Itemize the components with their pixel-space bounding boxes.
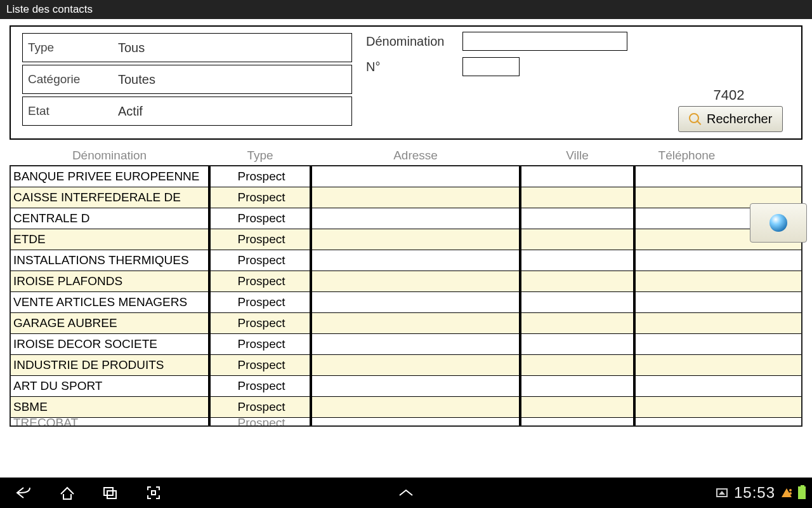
type-label: Type	[23, 41, 118, 55]
table-row[interactable]: IROISE DECOR SOCIETEProspect	[11, 334, 801, 355]
results-table[interactable]: BANQUE PRIVEE EUROPEENNEProspectCAISSE I…	[10, 165, 802, 427]
cell-tel	[636, 313, 801, 333]
col-type: Type	[209, 149, 311, 163]
table-row[interactable]: BANQUE PRIVEE EUROPEENNEProspect	[11, 166, 801, 187]
state-label: Etat	[23, 104, 118, 118]
cell-type: Prospect	[211, 397, 312, 417]
globe-icon	[769, 214, 787, 232]
cell-ville	[521, 250, 636, 271]
table-row[interactable]: GARAGE AUBREEProspect	[11, 313, 801, 334]
category-value: Toutes	[118, 72, 155, 87]
cell-tel	[636, 271, 801, 291]
globe-button[interactable]	[750, 203, 807, 243]
battery-icon	[798, 486, 806, 499]
state-filter[interactable]: Etat Actif	[22, 97, 352, 126]
cell-type: Prospect	[211, 355, 312, 375]
cell-ville	[521, 397, 636, 417]
cell-tel	[636, 418, 801, 427]
cell-ville	[521, 334, 636, 354]
table-row[interactable]: INDUSTRIE DE PRODUITSProspect	[11, 355, 801, 376]
cell-denom: VENTE ARTICLES MENAGERS	[11, 292, 211, 312]
picture-icon	[716, 488, 728, 497]
page-title: Liste des contacts	[0, 0, 812, 19]
android-navbar: 15:53	[0, 478, 812, 508]
cell-addr	[312, 187, 521, 208]
type-value: Tous	[118, 41, 145, 55]
cell-denom: IROISE DECOR SOCIETE	[11, 334, 211, 354]
cell-denom: GARAGE AUBREE	[11, 313, 211, 333]
cell-ville	[521, 355, 636, 375]
wifi-icon	[782, 488, 792, 497]
cell-type: Prospect	[211, 313, 312, 333]
denomination-input[interactable]	[462, 32, 627, 51]
col-adresse: Adresse	[311, 149, 520, 163]
cell-tel	[636, 166, 801, 187]
table-row[interactable]: VENTE ARTICLES MENAGERSProspect	[11, 292, 801, 313]
type-filter[interactable]: Type Tous	[22, 33, 352, 62]
category-label: Catégorie	[23, 72, 118, 86]
cell-addr	[312, 355, 521, 375]
cell-type: Prospect	[211, 334, 312, 354]
table-row[interactable]: INSTALLATIONS THERMIQUESProspect	[11, 250, 801, 271]
screenshot-icon[interactable]	[143, 483, 164, 503]
clock: 15:53	[734, 484, 775, 502]
search-icon	[689, 113, 702, 126]
recent-apps-icon[interactable]	[100, 483, 121, 503]
cell-denom: BANQUE PRIVEE EUROPEENNE	[11, 166, 211, 187]
state-value: Actif	[118, 104, 143, 119]
cell-denom: TRECOBAT	[11, 418, 211, 427]
number-label: N°	[366, 60, 462, 74]
cell-addr	[312, 313, 521, 333]
cell-addr	[312, 208, 521, 229]
category-filter[interactable]: Catégorie Toutes	[22, 65, 352, 94]
cell-ville	[521, 418, 636, 427]
number-input[interactable]	[462, 57, 520, 76]
cell-addr	[312, 250, 521, 271]
cell-denom: CENTRALE D	[11, 208, 211, 229]
cell-ville	[521, 313, 636, 333]
table-row[interactable]: IROISE PLAFONDSProspect	[11, 271, 801, 292]
cell-addr	[312, 334, 521, 354]
chevron-up-icon[interactable]	[396, 483, 416, 503]
filter-card: Type Tous Catégorie Toutes Etat Actif Dé…	[10, 25, 802, 140]
cell-addr	[312, 229, 521, 250]
home-icon[interactable]	[57, 483, 77, 503]
search-button-label: Rechercher	[707, 112, 772, 126]
table-row[interactable]: ART DU SPORTProspect	[11, 376, 801, 397]
cell-denom: SBME	[11, 397, 211, 417]
cell-tel	[636, 292, 801, 312]
cell-type: Prospect	[211, 271, 312, 291]
cell-tel	[636, 334, 801, 354]
cell-type: Prospect	[211, 418, 312, 427]
cell-denom: ART DU SPORT	[11, 376, 211, 396]
cell-ville	[521, 166, 636, 187]
cell-tel	[636, 250, 801, 271]
cell-type: Prospect	[211, 208, 312, 229]
cell-denom: ETDE	[11, 229, 211, 250]
cell-addr	[312, 271, 521, 291]
col-ville: Ville	[520, 149, 634, 163]
table-row[interactable]: SBMEProspect	[11, 397, 801, 418]
table-row[interactable]: CAISSE INTERFEDERALE DEProspect	[11, 187, 801, 208]
cell-tel	[636, 376, 801, 396]
cell-denom: IROISE PLAFONDS	[11, 271, 211, 291]
table-row[interactable]: ETDEProspect	[11, 229, 801, 250]
cell-addr	[312, 292, 521, 312]
cell-ville	[521, 208, 636, 229]
cell-addr	[312, 418, 521, 427]
search-button[interactable]: Rechercher	[678, 106, 783, 132]
denomination-label: Dénomination	[366, 34, 462, 49]
cell-ville	[521, 292, 636, 312]
cell-type: Prospect	[211, 187, 312, 208]
table-row[interactable]: CENTRALE DProspect	[11, 208, 801, 229]
cell-ville	[521, 271, 636, 291]
cell-type: Prospect	[211, 229, 312, 250]
cell-ville	[521, 376, 636, 396]
back-icon[interactable]	[14, 483, 34, 503]
cell-denom: INDUSTRIE DE PRODUITS	[11, 355, 211, 375]
table-headers: Dénomination Type Adresse Ville Téléphon…	[10, 146, 802, 165]
table-row[interactable]: TRECOBATProspect	[11, 418, 801, 427]
col-telephone: Téléphone	[634, 149, 739, 163]
cell-ville	[521, 229, 636, 250]
col-denomination: Dénomination	[10, 149, 209, 163]
